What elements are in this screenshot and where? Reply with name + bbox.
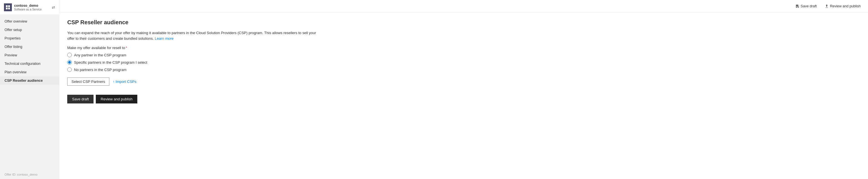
- app-name: contoso_demo: [14, 4, 41, 8]
- radio-input-specific-partners[interactable]: [67, 60, 72, 65]
- resell-radio-group: Any partner in the CSP programSpecific p…: [67, 53, 860, 72]
- save-draft-topbar-label: Save draft: [801, 4, 817, 8]
- radio-item-no-partners[interactable]: No partners in the CSP program: [67, 67, 860, 72]
- page-body: CSP Reseller audience You can expand the…: [59, 12, 868, 179]
- sidebar-item-plan-overview[interactable]: Plan overview: [0, 68, 59, 76]
- sidebar-nav: Offer overviewOffer setupPropertiesOffer…: [0, 15, 59, 170]
- publish-icon: [825, 4, 829, 8]
- svg-rect-0: [6, 5, 8, 7]
- topbar: Save draft Review and publish: [59, 0, 868, 12]
- svg-rect-2: [6, 8, 8, 9]
- save-icon: [795, 4, 799, 8]
- sidebar-header: contoso_demo Software as a Service ⇄: [0, 0, 59, 15]
- bottom-actions: Save draft Review and publish: [67, 95, 860, 103]
- sidebar-collapse-button[interactable]: ⇄: [52, 5, 55, 9]
- svg-rect-3: [8, 8, 10, 9]
- required-indicator: *: [126, 46, 127, 50]
- sidebar-item-offer-listing[interactable]: Offer listing: [0, 43, 59, 51]
- sidebar-item-csp-reseller-audience[interactable]: CSP Reseller audience: [0, 76, 59, 85]
- review-publish-button[interactable]: Review and publish: [96, 95, 137, 103]
- app-subtitle: Software as a Service: [14, 8, 41, 11]
- import-csps-link[interactable]: ↑ Import CSPs: [113, 79, 136, 84]
- topbar-actions: Save draft Review and publish: [794, 3, 862, 9]
- radio-label-no-partners: No partners in the CSP program: [74, 68, 126, 72]
- radio-item-specific-partners[interactable]: Specific partners in the CSP program I s…: [67, 60, 860, 65]
- app-logo: [4, 3, 12, 11]
- sidebar-item-offer-setup[interactable]: Offer setup: [0, 26, 59, 34]
- save-draft-topbar-button[interactable]: Save draft: [794, 3, 818, 9]
- radio-input-no-partners[interactable]: [67, 67, 72, 72]
- radio-label-specific-partners: Specific partners in the CSP program I s…: [74, 60, 147, 65]
- save-draft-button[interactable]: Save draft: [67, 95, 94, 103]
- csp-action-row: Select CSP Partners ↑ Import CSPs: [67, 77, 860, 86]
- sidebar-item-preview[interactable]: Preview: [0, 51, 59, 60]
- learn-more-link[interactable]: Learn more: [155, 36, 174, 41]
- app-info: contoso_demo Software as a Service: [14, 4, 41, 11]
- page-description: You can expand the reach of your offer b…: [67, 30, 321, 41]
- page-title: CSP Reseller audience: [67, 19, 860, 26]
- sidebar-item-technical-configuration[interactable]: Technical configuration: [0, 60, 59, 68]
- select-csp-partners-button[interactable]: Select CSP Partners: [67, 77, 110, 86]
- sidebar-item-offer-overview[interactable]: Offer overview: [0, 17, 59, 26]
- sidebar: contoso_demo Software as a Service ⇄ Off…: [0, 0, 59, 179]
- field-label: Make my offer available for resell to*: [67, 46, 860, 50]
- logo-icon: [5, 5, 10, 10]
- description-text: You can expand the reach of your offer b…: [67, 31, 316, 41]
- svg-rect-1: [8, 5, 10, 7]
- review-publish-topbar-button[interactable]: Review and publish: [823, 3, 862, 9]
- radio-label-any-partner: Any partner in the CSP program: [74, 53, 126, 57]
- sidebar-footer: Offer ID: contoso_demo: [0, 170, 59, 179]
- offer-id-label: Offer ID: contoso_demo: [4, 173, 38, 176]
- radio-item-any-partner[interactable]: Any partner in the CSP program: [67, 53, 860, 57]
- sidebar-item-properties[interactable]: Properties: [0, 34, 59, 43]
- review-publish-topbar-label: Review and publish: [830, 4, 861, 8]
- main-content: Save draft Review and publish CSP Resell…: [59, 0, 868, 179]
- radio-input-any-partner[interactable]: [67, 53, 72, 57]
